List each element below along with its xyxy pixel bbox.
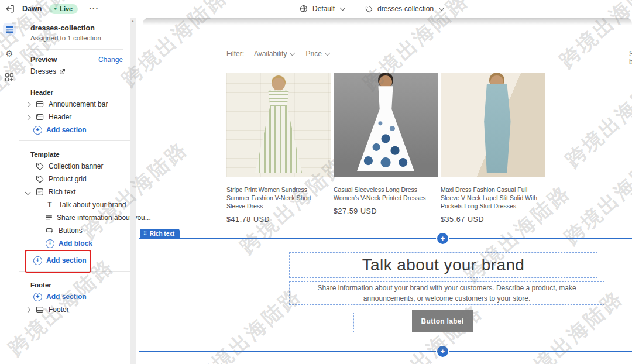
filter-label: Filter:	[226, 50, 244, 58]
rich-text-button[interactable]: Button label	[412, 310, 473, 332]
template-info-card: dresses-collection Assigned to 1 collect…	[19, 18, 130, 83]
preview-page-link[interactable]: Dresses	[30, 67, 56, 75]
product-card[interactable]: Casual Sleeveless Long Dress Women's V-N…	[334, 73, 438, 215]
header-section-icon	[35, 113, 44, 121]
group-label-header: Header	[19, 83, 130, 98]
buttons-icon	[45, 226, 54, 235]
sidebar-item-rich-text[interactable]: Rich text	[19, 186, 130, 198]
product-price: $27.59 USD	[334, 207, 438, 215]
product-image-stripe-dress[interactable]	[226, 73, 331, 177]
sort-label: Sort by:	[629, 50, 632, 66]
footer-section-icon	[35, 305, 44, 314]
block-item-text[interactable]: Share information about you...	[19, 211, 130, 224]
preview-label: Preview	[30, 56, 57, 64]
editor-left-rail: ⚙	[0, 18, 19, 364]
dress-illustration	[248, 90, 308, 173]
add-section-footer-button[interactable]: + Add section	[19, 290, 130, 303]
more-actions-button[interactable]: ···	[89, 4, 99, 13]
product-image-maxi-dress[interactable]	[441, 73, 545, 177]
group-label-footer: Footer	[19, 276, 130, 290]
template-title: dresses-collection	[30, 24, 123, 32]
product-price: $41.78 USD	[226, 215, 331, 224]
editor-topbar: Dawn ● Live ··· Default dresses-collecti…	[0, 0, 632, 18]
dress-illustration	[474, 84, 520, 173]
collection-filter-bar: Filter: Availability Price Sort by: Best…	[226, 50, 632, 58]
sidebar-scrollbar[interactable]: ▴	[130, 18, 136, 364]
chevron-down-icon	[324, 50, 330, 56]
section-tree: Header Announcement bar Header + Add sec…	[19, 83, 130, 316]
announcement-bar-icon	[35, 100, 44, 108]
heading-block[interactable]: Talk about your brand	[289, 252, 597, 278]
add-block-button[interactable]: + Add block	[19, 237, 130, 250]
sidebar-item-announcement-bar[interactable]: Announcement bar	[19, 98, 130, 111]
sections-sidebar: dresses-collection Assigned to 1 collect…	[19, 18, 130, 364]
product-card[interactable]: Maxi Dress Fashion Casual Full Sleeve V …	[441, 73, 545, 224]
live-dot-icon: ●	[54, 6, 57, 11]
template-tag-icon	[365, 5, 373, 13]
collection-banner-icon	[35, 162, 44, 170]
product-card[interactable]: Stripe Print Women Sundress Summer Fashi…	[226, 73, 331, 224]
plus-circle-icon: +	[33, 256, 42, 265]
plus-circle-icon: +	[33, 126, 42, 135]
product-title[interactable]: Maxi Dress Fashion Casual Full Sleeve V …	[441, 186, 545, 210]
rich-text-body: Share information about your brand with …	[293, 283, 600, 304]
rich-text-icon	[35, 188, 44, 196]
drag-handle-icon[interactable]: ⠿	[143, 231, 147, 236]
template-selector[interactable]: dresses-collection	[377, 5, 434, 13]
product-price: $35.67 USD	[441, 215, 545, 224]
chevron-down-icon	[439, 5, 445, 11]
model-figure	[272, 78, 285, 91]
rich-text-section[interactable]: ⠿ Rich text + Talk about your brand Shar…	[139, 238, 632, 352]
sort-by-control[interactable]: Sort by: Best selling	[629, 50, 632, 66]
text-block[interactable]: Share information about your brand with …	[289, 281, 604, 305]
filter-availability[interactable]: Availability	[254, 50, 294, 58]
product-image-printed-dress[interactable]	[334, 73, 438, 177]
preview-top-shadow	[143, 18, 632, 25]
exit-editor-icon[interactable]	[5, 4, 15, 13]
sidebar-item-header[interactable]: Header	[19, 111, 130, 123]
chevron-down-icon[interactable]	[25, 189, 31, 195]
globe-icon	[300, 5, 308, 13]
shopify-theme-editor: { "topbar": { "theme_name": "Dawn", "liv…	[0, 0, 632, 364]
add-section-above-button[interactable]: +	[437, 233, 448, 244]
change-preview-link[interactable]: Change	[98, 56, 123, 64]
divider	[30, 49, 123, 50]
sidebar-item-product-grid[interactable]: Product grid	[19, 173, 130, 186]
locale-selector[interactable]: Default	[312, 5, 335, 13]
sidebar-item-collection-banner[interactable]: Collection banner	[19, 160, 130, 173]
dress-illustration	[352, 86, 419, 171]
app-embeds-button[interactable]	[3, 71, 16, 84]
product-title[interactable]: Stripe Print Women Sundress Summer Fashi…	[226, 186, 331, 210]
divider	[355, 5, 355, 13]
chevron-right-icon[interactable]	[25, 307, 31, 313]
theme-name: Dawn	[22, 5, 42, 13]
template-subtitle: Assigned to 1 collection	[30, 35, 123, 42]
chevron-right-icon[interactable]	[25, 101, 31, 107]
filter-price[interactable]: Price	[305, 50, 329, 58]
chevron-right-icon[interactable]	[25, 114, 31, 120]
theme-settings-button[interactable]: ⚙	[3, 47, 16, 60]
block-item-heading[interactable]: T Talk about your brand	[19, 198, 130, 211]
rich-text-section-badge[interactable]: ⠿ Rich text	[140, 229, 180, 239]
storefront-preview: Filter: Availability Price Sort by: Best…	[136, 18, 632, 364]
scroll-up-arrow-icon[interactable]: ▴	[132, 19, 134, 364]
plus-circle-icon: +	[46, 239, 54, 248]
text-block-icon: T	[45, 201, 54, 209]
external-link-icon[interactable]	[59, 68, 66, 75]
sidebar-item-footer[interactable]: Footer	[19, 303, 130, 316]
rich-text-heading: Talk about your brand	[362, 256, 525, 274]
product-grid-icon	[35, 175, 44, 183]
sections-panel-button[interactable]	[3, 23, 16, 36]
plus-circle-icon: +	[33, 293, 42, 301]
chevron-down-icon	[340, 5, 346, 11]
product-title[interactable]: Casual Sleeveless Long Dress Women's V-N…	[334, 186, 438, 202]
add-section-below-button[interactable]: +	[437, 346, 448, 357]
divider	[19, 271, 130, 272]
add-section-template-button[interactable]: + Add section	[19, 254, 130, 267]
live-badge: ● Live	[49, 4, 78, 14]
group-label-template: Template	[19, 145, 130, 160]
chevron-down-icon	[290, 50, 296, 56]
divider	[19, 140, 130, 141]
block-item-buttons[interactable]: Buttons	[19, 224, 130, 237]
add-section-header-button[interactable]: + Add section	[19, 123, 130, 136]
